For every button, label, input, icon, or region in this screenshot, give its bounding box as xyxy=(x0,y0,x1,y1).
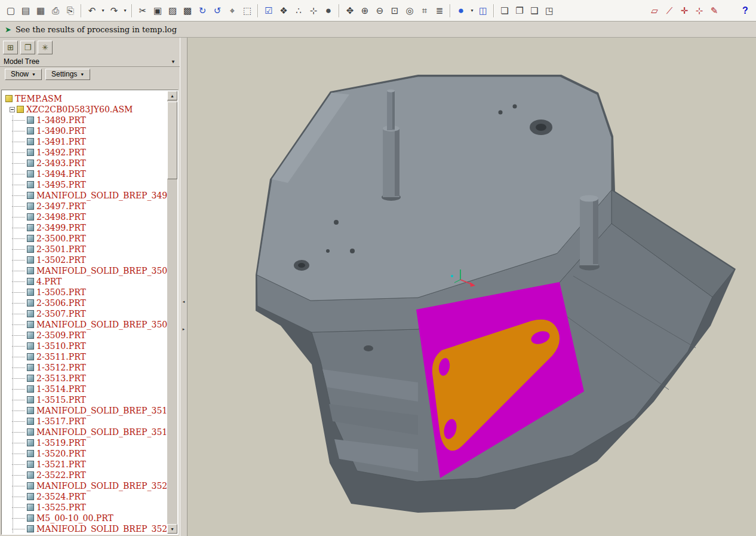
tree-item[interactable]: 4.PRT xyxy=(2,276,168,287)
tree-item[interactable]: 2-3506.PRT xyxy=(2,298,168,308)
tree-item[interactable]: MANIFOLD_SOLID_BREP_3527.PRT xyxy=(2,523,168,534)
collapse-panel-button[interactable]: ◄ xyxy=(180,295,187,309)
scrollbar-thumb[interactable] xyxy=(167,102,177,179)
shaded-display-button[interactable]: ● xyxy=(454,4,468,18)
tree-item[interactable]: 1-3525.PRT xyxy=(2,502,168,513)
undo-menu-button[interactable]: ▾ xyxy=(100,4,106,18)
tree-item[interactable]: 2-3499.PRT xyxy=(2,222,168,233)
zoom-in-button[interactable]: ⊕ xyxy=(358,4,372,18)
tree-item[interactable]: MANIFOLD_SOLID_BREP_3523.PRT xyxy=(2,480,168,491)
help-button[interactable]: ? xyxy=(738,4,752,18)
paste-special-button[interactable]: ▩ xyxy=(180,4,195,18)
print-setup-button[interactable]: ⎘ xyxy=(63,4,78,18)
tree-item[interactable]: 2-3513.PRT xyxy=(2,373,168,384)
tree-item[interactable]: 1-3517.PRT xyxy=(2,416,168,427)
tree-item[interactable]: MANIFOLD_SOLID_BREP_3518.PRT xyxy=(2,427,168,437)
settings-button[interactable]: Settings ▼ xyxy=(45,69,90,80)
model-tree[interactable]: TEMP.ASM XZC2CB0D583JY60.ASM 1-3489.PRT1… xyxy=(2,91,177,534)
open-file-button[interactable]: ▤ xyxy=(19,4,33,18)
tree-scrollbar[interactable]: ▲ ▼ xyxy=(167,91,177,534)
tree-item[interactable]: M5_00-10_00.PRT xyxy=(2,513,168,523)
tree-item[interactable]: MANIFOLD_SOLID_BREP_3503.PRT xyxy=(2,265,168,276)
redo-menu-button[interactable]: ▾ xyxy=(122,4,128,18)
datum-display-button[interactable]: ☑ xyxy=(262,4,276,18)
auto-regenerate-button[interactable]: ↺ xyxy=(210,4,225,18)
tree-item[interactable]: 1-3505.PRT xyxy=(2,287,168,298)
zoom-out-button[interactable]: ⊖ xyxy=(373,4,387,18)
tree-item[interactable]: 2-3501.PRT xyxy=(2,244,168,255)
panel-splitter[interactable]: ◄ ► xyxy=(180,38,188,536)
tree-item[interactable]: 2-3522.PRT xyxy=(2,470,168,480)
tree-refresh-button[interactable]: ✳ xyxy=(38,41,53,54)
window-activate-button[interactable]: ◳ xyxy=(542,4,557,18)
tree-item[interactable]: 2-3500.PRT xyxy=(2,233,168,244)
saved-views-button[interactable]: ⌗ xyxy=(417,4,432,18)
3d-viewport[interactable] xyxy=(188,38,756,536)
tree-item[interactable]: 2-3498.PRT xyxy=(2,212,168,222)
find-button[interactable]: ⌖ xyxy=(225,4,239,18)
tree-item[interactable]: 2-3524.PRT xyxy=(2,491,168,502)
save-file-button[interactable]: ▦ xyxy=(33,4,48,18)
tree-item[interactable]: 1-3519.PRT xyxy=(2,437,168,448)
guide-pin-right[interactable] xyxy=(579,195,600,271)
tree-item[interactable]: 1-3512.PRT xyxy=(2,362,168,373)
window-cascade-button[interactable]: ❏ xyxy=(497,4,512,18)
pan-button[interactable]: ✥ xyxy=(343,4,357,18)
point-display-button[interactable]: ∴ xyxy=(291,4,306,18)
tree-item[interactable]: 2-3509.PRT xyxy=(2,330,168,341)
orient-button[interactable]: ◎ xyxy=(402,4,417,18)
new-file-button[interactable]: ▢ xyxy=(4,4,18,18)
spin-center-button[interactable]: ● xyxy=(321,4,336,18)
cut-button[interactable]: ✂ xyxy=(136,4,150,18)
layers-button[interactable]: ≣ xyxy=(432,4,447,18)
tree-item[interactable]: 1-3492.PRT xyxy=(2,147,168,158)
tree-item[interactable]: 1-3495.PRT xyxy=(2,179,168,190)
tree-item[interactable]: 2-3511.PRT xyxy=(2,351,168,362)
tree-item[interactable]: 1-3520.PRT xyxy=(2,448,168,459)
tree-item[interactable]: 2-3497.PRT xyxy=(2,201,168,212)
tree-item[interactable]: 1-3490.PRT xyxy=(2,125,168,136)
axis-display-button[interactable]: ❖ xyxy=(276,4,291,18)
create-datum-csys-button[interactable]: ⊹ xyxy=(692,4,706,18)
create-datum-point-button[interactable]: ✛ xyxy=(677,4,692,18)
create-datum-axis-button[interactable]: ⟋ xyxy=(662,4,677,18)
tree-item[interactable]: 2-3493.PRT xyxy=(2,158,168,169)
tree-item-root[interactable]: TEMP.ASM xyxy=(2,93,168,104)
tree-item-assembly[interactable]: XZC2CB0D583JY60.ASM xyxy=(2,104,168,115)
tree-item[interactable]: 1-3494.PRT xyxy=(2,169,168,179)
collapse-toggle[interactable] xyxy=(10,107,15,112)
paste-button[interactable]: ▨ xyxy=(165,4,180,18)
tree-item[interactable]: MANIFOLD_SOLID_BREP_3508.PRT xyxy=(2,319,168,330)
select-region-button[interactable]: ⬚ xyxy=(240,4,254,18)
tree-copy-button[interactable]: ❐ xyxy=(20,41,35,54)
tree-item[interactable]: 1-3515.PRT xyxy=(2,394,168,405)
chevron-down-icon[interactable]: ▼ xyxy=(169,59,177,65)
create-sketch-button[interactable]: ✎ xyxy=(707,4,721,18)
create-datum-plane-button[interactable]: ▱ xyxy=(647,4,662,18)
refit-button[interactable]: ⊡ xyxy=(388,4,402,18)
undo-button[interactable]: ↶ xyxy=(85,4,99,18)
scroll-down-button[interactable]: ▼ xyxy=(167,524,177,534)
window-tile-button[interactable]: ❐ xyxy=(512,4,527,18)
tree-view-toggle-button[interactable]: ⊞ xyxy=(3,41,18,54)
model-display-button[interactable]: ◫ xyxy=(476,4,490,18)
show-button[interactable]: Show ▼ xyxy=(5,69,42,80)
tree-item[interactable]: 1-3521.PRT xyxy=(2,459,168,470)
tree-item[interactable]: 1-3491.PRT xyxy=(2,136,168,147)
display-menu-button[interactable]: ▾ xyxy=(469,4,475,18)
redo-button[interactable]: ↷ xyxy=(107,4,121,18)
expand-panel-button[interactable]: ► xyxy=(180,322,187,336)
print-button[interactable]: ⎙ xyxy=(48,4,63,18)
csys-display-button[interactable]: ⊹ xyxy=(306,4,321,18)
tree-item[interactable]: MANIFOLD_SOLID_BREP_3516.PRT xyxy=(2,405,168,416)
tree-item[interactable]: 1-3489.PRT xyxy=(2,115,168,125)
regenerate-button[interactable]: ↻ xyxy=(195,4,210,18)
tree-item[interactable]: 2-3507.PRT xyxy=(2,308,168,319)
copy-button[interactable]: ▣ xyxy=(150,4,165,18)
tree-item[interactable]: 1-3510.PRT xyxy=(2,341,168,351)
tree-item[interactable]: 1-3502.PRT xyxy=(2,255,168,265)
window-new-button[interactable]: ❑ xyxy=(527,4,542,18)
scroll-up-button[interactable]: ▲ xyxy=(167,91,177,100)
tree-item[interactable]: MANIFOLD_SOLID_BREP_3496.PRT xyxy=(2,190,168,201)
tree-item[interactable]: 1-3514.PRT xyxy=(2,384,168,394)
